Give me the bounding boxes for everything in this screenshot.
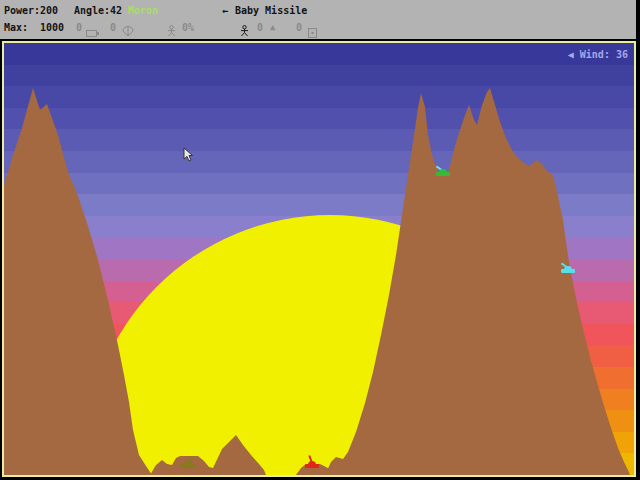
angle-value: 42 — [110, 5, 122, 16]
wind-label: Wind: — [580, 49, 610, 60]
status-toolbar: Power: 200 Angle: 42 Moron ← Baby Missil… — [0, 0, 636, 39]
player-name: Moron — [128, 5, 158, 16]
crew-person-icon — [240, 22, 249, 41]
weapon-direction-icon: ← — [222, 5, 228, 16]
wind-arrow-icon: ◀ — [568, 49, 574, 60]
triggers-count: 0 — [296, 22, 302, 33]
tank-olive — [181, 455, 195, 468]
parachutes-count: 0 — [110, 22, 116, 33]
tank-green — [436, 163, 450, 176]
right-mountain — [325, 88, 630, 475]
left-mountain — [4, 88, 152, 475]
batteries-count: 0 — [76, 22, 82, 33]
weapon-name: Baby Missile — [235, 5, 307, 16]
tank-cyan — [561, 260, 575, 273]
game-screen: Power: 200 Angle: 42 Moron ← Baby Missil… — [0, 0, 640, 480]
tank-body — [436, 172, 450, 176]
battery-icon — [86, 23, 100, 42]
max-power-value: 1000 — [40, 22, 64, 33]
wind-indicator: ◀ Wind: 36 — [568, 49, 628, 60]
angle-label: Angle: — [74, 5, 110, 16]
trigger-box-icon — [308, 23, 317, 42]
men-count: 0 — [257, 22, 263, 33]
shield-percent: 0% — [182, 22, 194, 33]
auto-defense-icon: ▲ — [270, 22, 275, 33]
wind-value: 36 — [616, 49, 628, 60]
tank-body — [561, 269, 575, 273]
tank-body — [305, 464, 319, 468]
bottom-hills — [150, 435, 266, 475]
max-power-label: Max: — [4, 22, 28, 33]
power-label: Power: — [4, 5, 40, 16]
tank-body — [181, 464, 195, 468]
power-value: 200 — [40, 5, 58, 16]
parachute-icon — [122, 22, 134, 41]
shield-person-icon — [167, 22, 176, 41]
tank-red — [305, 455, 319, 468]
battlefield[interactable]: ◀ Wind: 36 — [2, 41, 636, 477]
terrain — [4, 43, 634, 475]
mouse-cursor — [183, 147, 195, 163]
